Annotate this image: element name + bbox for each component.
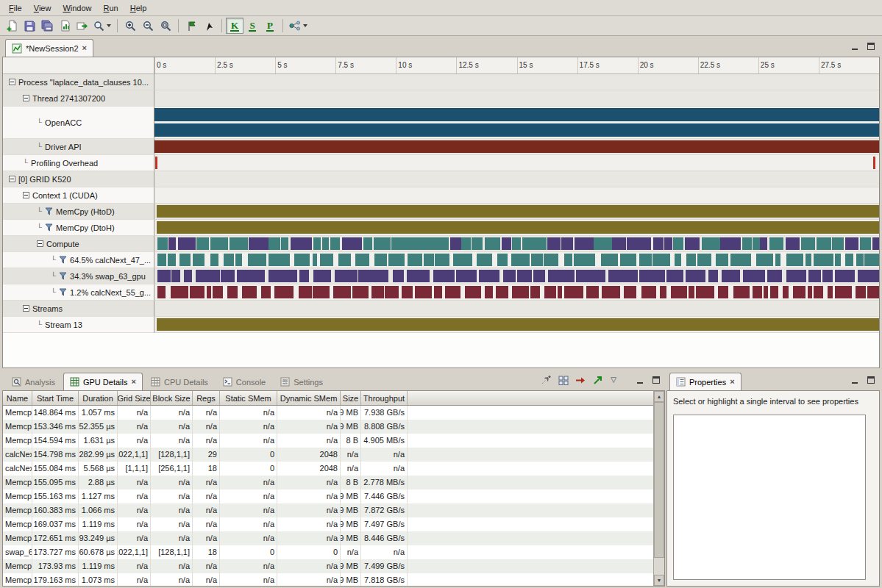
kernel-interval-bar[interactable] [407, 270, 430, 282]
menu-view[interactable]: View [28, 1, 57, 15]
tab-properties[interactable]: Properties × [669, 373, 741, 390]
kernel-interval-bar[interactable] [786, 254, 803, 266]
scroll-down-icon[interactable]: ▼ [654, 575, 664, 586]
filter-funnel-icon[interactable] [59, 288, 67, 296]
navigate-icon[interactable] [541, 375, 552, 385]
kernel-interval-bar[interactable] [793, 286, 805, 298]
timeline-row[interactable]: Thread 2741307200 [3, 90, 879, 107]
timeline-row[interactable]: └OpenACC [3, 107, 879, 139]
kernel-interval-bar[interactable] [835, 286, 852, 298]
kernel-interval-bar[interactable] [196, 270, 220, 282]
select-in-timeline-icon[interactable] [575, 376, 586, 385]
scrollbar-thumb[interactable] [654, 402, 664, 558]
column-header[interactable]: Regs [193, 391, 220, 405]
kernel-interval-bar[interactable] [461, 237, 470, 250]
timeline-row-label-cell[interactable]: └1.2% calcNext_55_g... [3, 284, 154, 301]
column-header[interactable]: Dynamic SMem [277, 391, 341, 405]
kernel-interval-bar[interactable] [594, 237, 612, 250]
filter-funnel-icon[interactable] [45, 207, 53, 215]
kernel-interval-bar[interactable] [612, 237, 625, 250]
kernel-interval-bar[interactable] [666, 270, 683, 282]
kernel-interval-bar[interactable] [817, 237, 832, 250]
kernel-interval-bar[interactable] [502, 237, 511, 250]
table-scrollbar[interactable]: ▲ ▼ [653, 391, 664, 586]
kernel-interval-bar[interactable] [872, 237, 879, 250]
timeline-row[interactable]: Compute [3, 236, 879, 252]
kernel-interval-bar[interactable] [522, 237, 547, 250]
tab-gpu-details[interactable]: GPU Details × [63, 373, 143, 390]
table-row[interactable]: calcNext155.084 ms5.568 µs[1,1,1][256,1,… [3, 462, 653, 476]
column-header[interactable]: Grid Size [118, 391, 151, 405]
kernel-interval-bar[interactable] [770, 286, 778, 298]
kernel-interval-bar[interactable] [743, 270, 765, 282]
zoom-out-button[interactable] [139, 18, 157, 34]
kernel-interval-bar[interactable] [496, 286, 508, 298]
interval-bar[interactable] [157, 221, 879, 234]
kernel-interval-bar[interactable] [730, 254, 752, 266]
session-tab[interactable]: *NewSession2 × [5, 39, 93, 57]
kernel-interval-bar[interactable] [808, 270, 821, 282]
kernel-interval-bar[interactable] [210, 254, 218, 266]
kernel-interval-bar[interactable] [450, 237, 461, 250]
kernel-interval-bar[interactable] [845, 237, 859, 250]
timeline-row[interactable]: └Profiling Overhead [3, 155, 879, 171]
kernel-interval-bar[interactable] [856, 254, 864, 266]
kernel-interval-bar[interactable] [544, 254, 558, 266]
find-button[interactable] [91, 18, 113, 34]
collapse-toggle-icon[interactable] [9, 176, 15, 182]
table-row[interactable]: Memcpy160.383 ms1.066 msn/an/an/an/an/a9… [3, 503, 653, 517]
kernel-interval-bar[interactable] [686, 254, 696, 266]
view-menu-icon[interactable]: ▽ [611, 376, 616, 384]
kernel-interval-bar[interactable] [753, 286, 762, 298]
menu-help[interactable]: Help [124, 1, 153, 15]
kernel-interval-bar[interactable] [374, 237, 391, 250]
zoom-fit-button[interactable] [157, 18, 174, 34]
editor-minimize-icon[interactable] [850, 43, 859, 51]
kernel-interval-bar[interactable] [511, 254, 529, 266]
kernel-interval-bar[interactable] [686, 270, 705, 282]
kernel-interval-bar[interactable] [477, 254, 492, 266]
kernel-interval-bar[interactable] [291, 237, 312, 250]
timeline-row-label-cell[interactable]: └64.5% calcNext_47_... [3, 252, 154, 268]
collapse-toggle-icon[interactable] [23, 95, 29, 101]
kernel-interval-bar[interactable] [330, 237, 340, 250]
kernel-interval-bar[interactable] [342, 237, 363, 250]
kernel-interval-bar[interactable] [544, 286, 556, 298]
kernel-interval-bar[interactable] [178, 237, 185, 250]
table-row[interactable]: Memcpy169.037 ms1.119 msn/an/an/an/an/a9… [3, 517, 653, 531]
kernel-interval-bar[interactable] [430, 237, 449, 250]
properties-maximize-icon[interactable] [867, 376, 875, 384]
timeline-row-label-cell[interactable]: └MemCpy (HtoD) [3, 204, 154, 220]
kernel-interval-bar[interactable] [718, 286, 729, 298]
kernel-interval-bar[interactable] [517, 270, 532, 282]
timeline-row-label-cell[interactable]: └OpenACC [3, 107, 154, 139]
session-tab-close-icon[interactable]: × [82, 44, 87, 52]
timeline-row-label-cell[interactable]: └34.3% swap_63_gpu [3, 268, 154, 284]
kernel-interval-bar[interactable] [402, 286, 413, 298]
run-analysis-button[interactable] [287, 18, 310, 34]
kernel-interval-bar[interactable] [856, 286, 865, 298]
kernel-interval-bar[interactable] [157, 237, 168, 250]
kernel-interval-bar[interactable] [281, 237, 288, 250]
kernel-interval-bar[interactable] [503, 270, 516, 282]
kernel-interval-bar[interactable] [168, 237, 176, 250]
kernel-interval-bar[interactable] [764, 286, 769, 298]
kernel-interval-bar[interactable] [697, 254, 711, 266]
editor-maximize-icon[interactable] [867, 43, 875, 51]
interval-bar[interactable] [154, 108, 879, 121]
kernel-interval-bar[interactable] [564, 254, 572, 266]
kernel-interval-bar[interactable] [660, 286, 666, 298]
kernel-interval-bar[interactable] [456, 270, 477, 282]
kernel-interval-bar[interactable] [171, 286, 188, 298]
timeline-row[interactable]: └34.3% swap_63_gpu [3, 268, 879, 284]
kernel-interval-bar[interactable] [720, 237, 741, 250]
timeline-row-label-cell[interactable]: [0] GRID K520 [3, 171, 154, 187]
column-header[interactable]: Static SMem [220, 391, 277, 405]
kernel-interval-bar[interactable] [322, 237, 329, 250]
kernel-interval-bar[interactable] [858, 270, 879, 282]
timeline-row-label-cell[interactable]: Streams [3, 301, 154, 317]
kernel-interval-bar[interactable] [814, 286, 823, 298]
kernel-interval-bar[interactable] [230, 237, 248, 250]
kernel-interval-bar[interactable] [393, 270, 405, 282]
new-session-button[interactable] [3, 18, 21, 34]
